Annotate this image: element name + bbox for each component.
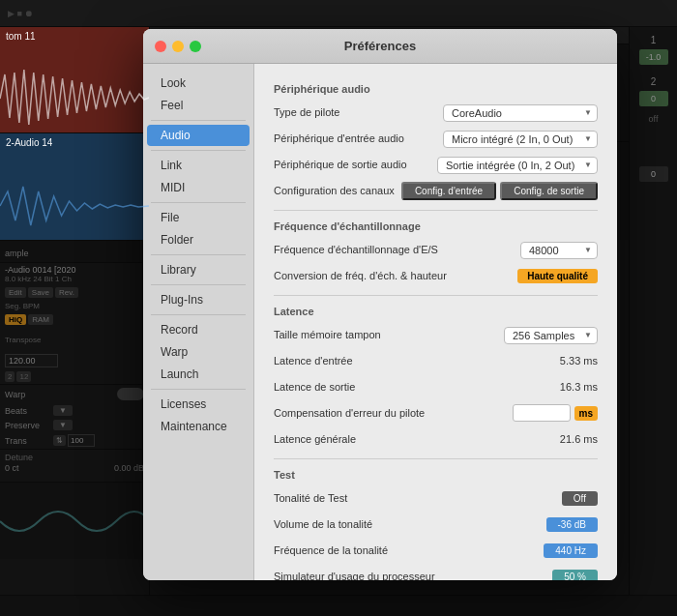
buffer-label: Taille mémoire tampon bbox=[274, 329, 381, 340]
input-device-row: Périphérique d'entrée audio Micro intégr… bbox=[274, 129, 598, 148]
input-latency-label: Latence d'entrée bbox=[274, 355, 353, 367]
output-device-label: Périphérique de sortie audio bbox=[274, 159, 407, 170]
conversion-row: Conversion de fréq. d'éch. & hauteur Hau… bbox=[274, 266, 598, 285]
cpu-label: Simulateur d'usage du processeur bbox=[274, 571, 435, 580]
channel-config-control: Config. d'entrée Config. de sortie bbox=[401, 182, 598, 200]
input-dropdown-wrapper[interactable]: Micro intégré (2 In, 0 Out) bbox=[443, 130, 598, 148]
track1-name: tom 11 bbox=[6, 31, 36, 42]
preferences-modal: Préférences Look Feel Audio Link MIDI Fi… bbox=[143, 29, 617, 580]
modal-content: Périphérique audio Type de pilote CoreAu… bbox=[254, 64, 617, 580]
rate-dropdown-wrapper[interactable]: 48000 bbox=[520, 241, 598, 259]
driver-error-control: 0.00 ms bbox=[513, 404, 598, 422]
input-latency-value: 5.33 ms bbox=[560, 355, 598, 367]
input-device-control: Micro intégré (2 In, 0 Out) bbox=[443, 130, 598, 148]
rate-select[interactable]: 48000 bbox=[520, 242, 598, 259]
buffer-row: Taille mémoire tampon 256 Samples bbox=[274, 325, 598, 344]
driver-error-row: Compensation d'erreur du pilote 0.00 ms bbox=[274, 403, 598, 423]
close-button[interactable] bbox=[155, 41, 166, 52]
sidebar-item-maintenance[interactable]: Maintenance bbox=[147, 416, 250, 437]
buffer-select[interactable]: 256 Samples bbox=[504, 327, 598, 344]
conversion-control: Haute qualité bbox=[517, 269, 598, 283]
volume-row: Volume de la tonalité -36 dB bbox=[274, 514, 598, 534]
freq-label: Fréquence de la tonalité bbox=[274, 544, 388, 556]
output-latency-label: Latence de sortie bbox=[274, 381, 355, 393]
input-latency-row: Latence d'entrée 5.33 ms bbox=[274, 351, 598, 370]
traffic-lights bbox=[155, 41, 201, 52]
sidebar-item-midi[interactable]: MIDI bbox=[147, 177, 250, 198]
sidebar-divider-3 bbox=[151, 202, 246, 203]
output-dropdown-wrapper[interactable]: Sortie intégrée (0 In, 2 Out) bbox=[437, 156, 598, 174]
divider-1 bbox=[274, 210, 598, 211]
minimize-button[interactable] bbox=[172, 41, 184, 52]
audio-device-header: Périphérique audio bbox=[274, 83, 598, 95]
sidebar-item-launch[interactable]: Launch bbox=[147, 364, 250, 385]
volume-badge: -36 dB bbox=[546, 517, 598, 532]
output-device-row: Périphérique de sortie audio Sortie inté… bbox=[274, 155, 598, 174]
cpu-badge: 50 % bbox=[552, 570, 598, 581]
driver-label: Type de pilote bbox=[274, 106, 340, 118]
rate-row: Fréquence d'échantillonnage d'E/S 48000 bbox=[274, 240, 598, 259]
output-select[interactable]: Sortie intégrée (0 In, 2 Out) bbox=[437, 157, 598, 174]
sidebar-divider-2 bbox=[151, 150, 246, 151]
divider-2 bbox=[274, 295, 598, 296]
conversion-badge: Haute qualité bbox=[517, 269, 598, 283]
tone-row: Tonalité de Test Off bbox=[274, 488, 598, 508]
modal-body: Look Feel Audio Link MIDI File Folder Li… bbox=[143, 64, 617, 580]
sidebar-item-file[interactable]: File bbox=[147, 207, 250, 228]
sidebar-item-plugins[interactable]: Plug-Ins bbox=[147, 289, 250, 310]
rate-control: 48000 bbox=[520, 241, 598, 259]
conversion-label: Conversion de fréq. d'éch. & hauteur bbox=[274, 270, 447, 281]
sidebar-item-warp[interactable]: Warp bbox=[147, 341, 250, 363]
sidebar-item-audio[interactable]: Audio bbox=[147, 125, 250, 146]
modal-title: Préférences bbox=[344, 39, 416, 53]
maximize-button[interactable] bbox=[190, 41, 201, 52]
rate-label: Fréquence d'échantillonnage d'E/S bbox=[274, 244, 438, 255]
cpu-row: Simulateur d'usage du processeur 50 % bbox=[274, 567, 598, 580]
driver-dropdown-wrapper[interactable]: CoreAudio bbox=[443, 103, 598, 122]
sidebar-divider-6 bbox=[151, 314, 246, 315]
sidebar-divider-5 bbox=[151, 284, 246, 285]
sidebar-item-link[interactable]: Link bbox=[147, 155, 250, 176]
ms-badge: ms bbox=[574, 406, 598, 421]
sample-rate-header: Fréquence d'échantillonnage bbox=[274, 220, 598, 232]
overall-latency-label: Latence générale bbox=[274, 433, 356, 445]
sidebar-divider-4 bbox=[151, 254, 246, 255]
sidebar-item-record[interactable]: Record bbox=[147, 319, 250, 340]
modal-sidebar: Look Feel Audio Link MIDI File Folder Li… bbox=[143, 64, 254, 580]
tone-label: Tonalité de Test bbox=[274, 492, 347, 504]
freq-row: Fréquence de la tonalité 440 Hz bbox=[274, 541, 598, 560]
driver-error-label: Compensation d'erreur du pilote bbox=[274, 407, 425, 419]
latency-header: Latence bbox=[274, 306, 598, 317]
volume-label: Volume de la tonalité bbox=[274, 518, 372, 530]
freq-badge: 440 Hz bbox=[544, 543, 598, 558]
sidebar-item-folder[interactable]: Folder bbox=[147, 229, 250, 250]
driver-select[interactable]: CoreAudio bbox=[443, 104, 598, 122]
channel-config-label: Configuration des canaux bbox=[274, 185, 395, 196]
sidebar-divider-1 bbox=[151, 120, 246, 121]
divider-3 bbox=[274, 458, 598, 459]
output-device-control: Sortie intégrée (0 In, 2 Out) bbox=[437, 156, 598, 174]
test-header: Test bbox=[274, 469, 598, 481]
sidebar-divider-7 bbox=[151, 389, 246, 390]
input-select[interactable]: Micro intégré (2 In, 0 Out) bbox=[443, 131, 598, 148]
config-output-btn[interactable]: Config. de sortie bbox=[500, 182, 598, 200]
sidebar-item-library[interactable]: Library bbox=[147, 259, 250, 280]
track2-name: 2-Audio 14 bbox=[6, 137, 52, 148]
sidebar-item-licenses[interactable]: Licenses bbox=[147, 394, 250, 415]
overall-latency-row: Latence générale 21.6 ms bbox=[274, 429, 598, 449]
driver-control: CoreAudio bbox=[443, 103, 598, 122]
sidebar-item-look[interactable]: Look bbox=[147, 73, 250, 94]
config-input-btn[interactable]: Config. d'entrée bbox=[401, 182, 496, 200]
overall-latency-value: 21.6 ms bbox=[560, 433, 598, 445]
sidebar-item-feel[interactable]: Feel bbox=[147, 95, 250, 116]
buffer-dropdown-wrapper[interactable]: 256 Samples bbox=[504, 326, 598, 344]
driver-error-input[interactable]: 0.00 bbox=[513, 404, 571, 422]
channel-config-row: Configuration des canaux Config. d'entré… bbox=[274, 181, 598, 200]
input-device-label: Périphérique d'entrée audio bbox=[274, 132, 404, 144]
modal-titlebar: Préférences bbox=[143, 29, 617, 64]
tone-badge: Off bbox=[562, 491, 598, 506]
output-latency-row: Latence de sortie 16.3 ms bbox=[274, 377, 598, 396]
driver-row: Type de pilote CoreAudio bbox=[274, 103, 598, 122]
buffer-control: 256 Samples bbox=[504, 326, 598, 344]
output-latency-value: 16.3 ms bbox=[560, 381, 598, 393]
